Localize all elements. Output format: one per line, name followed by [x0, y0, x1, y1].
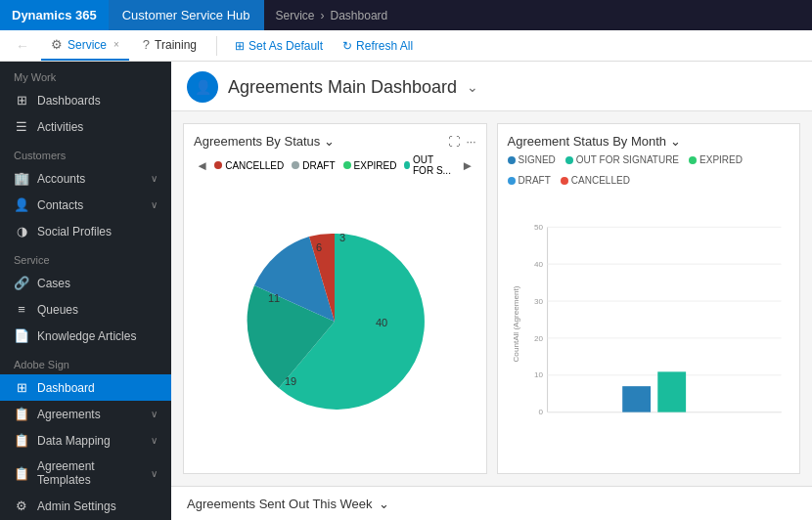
sidebar-item-dashboard[interactable]: ⊞ Dashboard [0, 374, 171, 401]
agreement-templates-arrow: ∨ [151, 468, 158, 479]
sidebar-item-dashboards[interactable]: ⊞ Dashboards [0, 87, 171, 113]
cases-icon: 🔗 [14, 276, 29, 290]
chart-by-month-dropdown[interactable]: ⌄ [670, 134, 681, 149]
breadcrumb-service: Service [276, 9, 315, 22]
set-default-button[interactable]: ⊞ Set As Default [227, 36, 331, 56]
breadcrumb: Service › Dashboard [264, 9, 400, 22]
legend-out-for-sig: OUT FOR SIGNATURE [565, 154, 679, 165]
dashboards-label: Dashboards [37, 94, 101, 108]
bar-chart-svg: CountAll (Agreement) 0 10 20 30 40 [508, 194, 790, 463]
agreement-templates-icon: 📋 [14, 466, 29, 481]
legend-signed: SIGNED [508, 154, 556, 165]
sidebar-item-agreement-templates[interactable]: 📋 Agreement Templates ∨ [0, 454, 171, 493]
dashboard-title: Agreements Main Dashboard [228, 77, 457, 98]
bottom-dropdown-arrow[interactable]: ⌄ [379, 497, 389, 511]
legend-bar-draft: DRAFT [508, 175, 551, 186]
accounts-arrow: ∨ [151, 173, 158, 184]
svg-text:30: 30 [534, 297, 544, 306]
sidebar-item-cases[interactable]: 🔗 Cases [0, 270, 171, 296]
back-button[interactable]: ← [8, 34, 37, 58]
legend-draft: DRAFT [292, 160, 335, 171]
legend-expired-dot [343, 161, 351, 169]
chart-by-status-dropdown[interactable]: ⌄ [324, 134, 335, 149]
y-axis-label: CountAll (Agreement) [511, 285, 519, 362]
chart-expand-icon[interactable]: ⛶ [448, 135, 460, 149]
section-my-work: My Work [0, 62, 171, 87]
breadcrumb-dashboard: Dashboard [331, 9, 388, 22]
social-profiles-label: Social Profiles [37, 225, 112, 238]
chart-by-status-title: Agreements By Status ⌄ [194, 134, 335, 149]
legend-out-label: OUT FOR S... [413, 154, 455, 176]
refresh-button[interactable]: ↻ Refresh All [335, 36, 421, 56]
top-nav: Dynamics 365 Customer Service Hub Servic… [0, 0, 812, 30]
legend-bar-draft-dot [508, 177, 516, 185]
sidebar-item-queues[interactable]: ≡ Queues [0, 296, 171, 323]
legend-out-dot [404, 161, 410, 169]
sidebar-item-knowledge-articles[interactable]: 📄 Knowledge Articles [0, 323, 171, 349]
legend-cancelled-dot [214, 161, 222, 169]
chart-by-status-title-text: Agreements By Status [194, 134, 320, 149]
activities-icon: ☰ [14, 119, 29, 134]
contacts-label: Contacts [37, 198, 83, 212]
chart-by-month-title: Agreement Status By Month ⌄ [508, 134, 682, 149]
hub-label: Customer Service Hub [122, 8, 250, 22]
chart-by-status-actions: ⛶ ··· [448, 135, 475, 149]
training-tab-icon: ? [143, 37, 150, 52]
set-default-icon: ⊞ [235, 39, 245, 53]
admin-settings-label: Admin Settings [37, 499, 116, 513]
chart-by-status-header: Agreements By Status ⌄ ⛶ ··· [194, 134, 476, 149]
training-tab-label: Training [155, 38, 197, 52]
pie-legend-items: CANCELLED DRAFT EXPIRED OUT FOR S.. [214, 154, 455, 176]
agreement-templates-label: Agreement Templates [37, 459, 151, 487]
queues-label: Queues [37, 303, 78, 317]
svg-text:0: 0 [538, 408, 543, 416]
tab-service[interactable]: ⚙ Service × [41, 30, 129, 61]
accounts-label: Accounts [37, 172, 85, 186]
tab-training[interactable]: ? Training [133, 30, 206, 61]
svg-text:20: 20 [534, 334, 544, 343]
sidebar-item-contacts[interactable]: 👤 Contacts ∨ [0, 192, 171, 218]
legend-draft-label: DRAFT [302, 160, 335, 171]
dashboard-avatar-icon: 👤 [195, 79, 211, 95]
legend-signed-dot [508, 156, 516, 164]
legend-draft-dot [292, 161, 299, 169]
sidebar-item-social-profiles[interactable]: ◑ Social Profiles [0, 218, 171, 244]
chart-more-icon[interactable]: ··· [466, 135, 475, 149]
bar-chart-container: CountAll (Agreement) 0 10 20 30 40 [508, 194, 790, 463]
sidebar-item-activities[interactable]: ☰ Activities [0, 113, 171, 140]
service-tab-close[interactable]: × [113, 39, 119, 50]
section-customers: Customers [0, 140, 171, 165]
data-mapping-label: Data Mapping [37, 434, 111, 448]
dashboard-dropdown-arrow[interactable]: ⌄ [467, 79, 478, 95]
sidebar-item-admin-settings[interactable]: ⚙ Admin Settings [0, 493, 171, 519]
pie-chart-svg: 40 19 11 6 3 [237, 224, 432, 419]
legend-cancelled: CANCELLED [214, 160, 284, 171]
sidebar-item-data-mapping[interactable]: 📋 Data Mapping ∨ [0, 427, 171, 454]
breadcrumb-sep: › [321, 9, 325, 22]
queues-icon: ≡ [14, 302, 29, 317]
sidebar-item-agreements[interactable]: 📋 Agreements ∨ [0, 401, 171, 427]
svg-text:40: 40 [534, 260, 544, 269]
hub-nav[interactable]: Customer Service Hub [109, 0, 264, 30]
sidebar-item-accounts[interactable]: 🏢 Accounts ∨ [0, 165, 171, 192]
dynamics-nav[interactable]: Dynamics 365 [0, 0, 109, 30]
legend-prev-button[interactable]: ◄ [194, 158, 210, 173]
agreements-icon: 📋 [14, 407, 29, 421]
bar-chart-legend: SIGNED OUT FOR SIGNATURE EXPIRED DRAFT [508, 154, 790, 186]
pie-label-19: 19 [285, 375, 296, 387]
main-layout: My Work ⊞ Dashboards ☰ Activities Custom… [0, 62, 812, 520]
set-default-label: Set As Default [248, 39, 323, 53]
legend-bar-cancelled-label: CANCELLED [571, 175, 630, 186]
agreements-arrow: ∨ [151, 409, 158, 419]
pie-label-6: 6 [316, 241, 322, 253]
contacts-arrow: ∨ [151, 199, 158, 210]
legend-next-button[interactable]: ► [459, 158, 475, 173]
social-profiles-icon: ◑ [14, 224, 29, 238]
legend-expired-label: EXPIRED [354, 160, 397, 171]
charts-row: Agreements By Status ⌄ ⛶ ··· ◄ CANCELLED [171, 111, 812, 486]
adobe-dashboard-label: Dashboard [37, 381, 95, 395]
data-mapping-arrow: ∨ [151, 435, 158, 446]
service-tab-icon: ⚙ [51, 37, 63, 52]
cases-label: Cases [37, 277, 70, 290]
toolbar: ← ⚙ Service × ? Training ⊞ Set As Defaul… [0, 30, 812, 62]
